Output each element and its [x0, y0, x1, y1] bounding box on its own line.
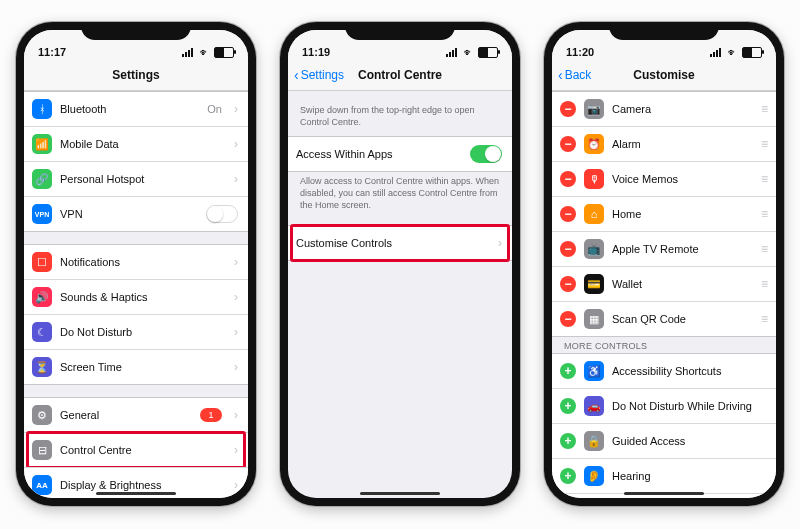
row-label: Wallet	[612, 278, 753, 290]
reorder-handle-icon[interactable]: ≡	[761, 312, 766, 326]
page-title: Settings	[112, 68, 159, 82]
helper-text: Swipe down from the top-right edge to op…	[288, 101, 512, 130]
home-indicator[interactable]	[624, 492, 704, 495]
row-alarm[interactable]: − ⏰ Alarm ≡	[552, 126, 776, 161]
screen-settings: 11:17 ᯤ Settings ᚼ Bluetooth On › 📶	[24, 30, 248, 498]
row-label: Do Not Disturb While Driving	[612, 400, 766, 412]
status-right: ᯤ	[710, 47, 762, 58]
add-button[interactable]: +	[560, 468, 576, 484]
switches-icon: ⊟	[32, 440, 52, 460]
screen-customise: 11:20 ᯤ ‹ Back Customise − 📷 Camera ≡	[552, 30, 776, 498]
car-icon: 🚗	[584, 396, 604, 416]
row-mobile-data[interactable]: 📶 Mobile Data ›	[24, 126, 248, 161]
row-sounds[interactable]: 🔊 Sounds & Haptics ›	[24, 279, 248, 314]
row-voice-memos[interactable]: − 🎙 Voice Memos ≡	[552, 161, 776, 196]
signal-icon	[710, 48, 724, 57]
chevron-right-icon: ›	[234, 290, 238, 304]
reorder-handle-icon[interactable]: ≡	[761, 137, 766, 151]
clock-icon: ⏰	[584, 134, 604, 154]
row-label: Scan QR Code	[612, 313, 753, 325]
battery-icon	[214, 47, 234, 58]
row-dnd[interactable]: ☾ Do Not Disturb ›	[24, 314, 248, 349]
chevron-right-icon: ›	[234, 443, 238, 457]
remove-button[interactable]: −	[560, 171, 576, 187]
wallet-icon: 💳	[584, 274, 604, 294]
row-label: Access Within Apps	[296, 148, 462, 160]
status-right: ᯤ	[182, 47, 234, 58]
row-notifications[interactable]: ☐ Notifications ›	[24, 244, 248, 279]
status-time: 11:19	[302, 46, 330, 58]
accessibility-icon: ♿	[584, 361, 604, 381]
ear-icon: 👂	[584, 466, 604, 486]
row-access-within-apps[interactable]: Access Within Apps	[288, 136, 512, 172]
row-customise-controls[interactable]: Customise Controls ›	[288, 225, 512, 261]
add-button[interactable]: +	[560, 433, 576, 449]
remove-button[interactable]: −	[560, 276, 576, 292]
wifi-icon: ᯤ	[200, 47, 210, 58]
row-label: Accessibility Shortcuts	[612, 365, 766, 377]
reorder-handle-icon[interactable]: ≡	[761, 277, 766, 291]
remove-button[interactable]: −	[560, 241, 576, 257]
row-label: Control Centre	[60, 444, 226, 456]
access-toggle[interactable]	[470, 145, 502, 163]
row-personal-hotspot[interactable]: 🔗 Personal Hotspot ›	[24, 161, 248, 196]
customise-list[interactable]: − 📷 Camera ≡ − ⏰ Alarm ≡ − 🎙 Voice Memos…	[552, 91, 776, 498]
section-header: MORE CONTROLS	[552, 337, 776, 353]
reorder-handle-icon[interactable]: ≡	[761, 242, 766, 256]
back-label: Back	[565, 68, 592, 82]
camera-icon: 📷	[584, 99, 604, 119]
notch	[81, 22, 191, 40]
chevron-right-icon: ›	[234, 325, 238, 339]
page-title: Customise	[633, 68, 694, 82]
bluetooth-icon: ᚼ	[32, 99, 52, 119]
home-indicator[interactable]	[360, 492, 440, 495]
wifi-icon: ᯤ	[464, 47, 474, 58]
status-time: 11:17	[38, 46, 66, 58]
row-label: Guided Access	[612, 435, 766, 447]
settings-list[interactable]: ᚼ Bluetooth On › 📶 Mobile Data › 🔗 Perso…	[24, 91, 248, 498]
gear-icon: ⚙	[32, 405, 52, 425]
control-centre-settings[interactable]: Swipe down from the top-right edge to op…	[288, 91, 512, 498]
reorder-handle-icon[interactable]: ≡	[761, 207, 766, 221]
helper-text: Allow access to Control Centre within ap…	[288, 172, 512, 213]
reorder-handle-icon[interactable]: ≡	[761, 102, 766, 116]
remove-button[interactable]: −	[560, 206, 576, 222]
row-vpn[interactable]: VPN VPN	[24, 196, 248, 232]
qr-icon: ▦	[584, 309, 604, 329]
row-guided-access[interactable]: + 🔒 Guided Access	[552, 423, 776, 458]
home-indicator[interactable]	[96, 492, 176, 495]
page-title: Control Centre	[358, 68, 442, 82]
row-camera[interactable]: − 📷 Camera ≡	[552, 91, 776, 126]
chevron-right-icon: ›	[234, 408, 238, 422]
row-accessibility-shortcuts[interactable]: + ♿ Accessibility Shortcuts	[552, 353, 776, 388]
row-wallet[interactable]: − 💳 Wallet ≡	[552, 266, 776, 301]
remove-button[interactable]: −	[560, 136, 576, 152]
row-dnd-driving[interactable]: + 🚗 Do Not Disturb While Driving	[552, 388, 776, 423]
back-button[interactable]: ‹ Back	[558, 60, 591, 90]
chevron-left-icon: ‹	[558, 68, 563, 82]
notch	[345, 22, 455, 40]
row-screen-time[interactable]: ⏳ Screen Time ›	[24, 349, 248, 385]
vpn-toggle[interactable]	[206, 205, 238, 223]
chevron-right-icon: ›	[234, 360, 238, 374]
phone-2: 11:19 ᯤ ‹ Settings Control Centre Swipe …	[280, 22, 520, 506]
row-label: Home	[612, 208, 753, 220]
screen-control-centre: 11:19 ᯤ ‹ Settings Control Centre Swipe …	[288, 30, 512, 498]
add-button[interactable]: +	[560, 398, 576, 414]
row-label: Do Not Disturb	[60, 326, 226, 338]
nav-bar: ‹ Settings Control Centre	[288, 60, 512, 91]
back-button[interactable]: ‹ Settings	[294, 60, 344, 90]
add-button[interactable]: +	[560, 363, 576, 379]
row-control-centre[interactable]: ⊟ Control Centre ›	[24, 432, 248, 467]
row-bluetooth[interactable]: ᚼ Bluetooth On ›	[24, 91, 248, 126]
row-hearing[interactable]: + 👂 Hearing	[552, 458, 776, 493]
row-label: Bluetooth	[60, 103, 199, 115]
row-scan-qr[interactable]: − ▦ Scan QR Code ≡	[552, 301, 776, 337]
row-home[interactable]: − ⌂ Home ≡	[552, 196, 776, 231]
row-apple-tv-remote[interactable]: − 📺 Apple TV Remote ≡	[552, 231, 776, 266]
reorder-handle-icon[interactable]: ≡	[761, 172, 766, 186]
remove-button[interactable]: −	[560, 101, 576, 117]
back-label: Settings	[301, 68, 344, 82]
remove-button[interactable]: −	[560, 311, 576, 327]
row-general[interactable]: ⚙ General 1 ›	[24, 397, 248, 432]
